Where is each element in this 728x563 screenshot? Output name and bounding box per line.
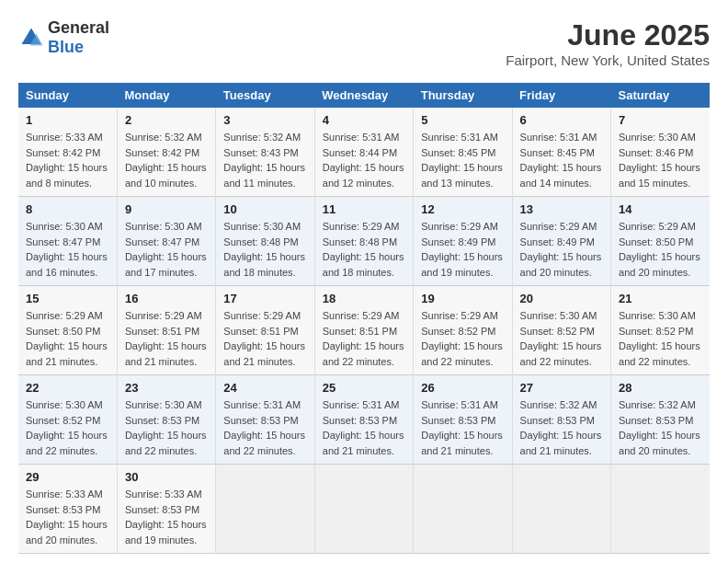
day-number: 19 [421,292,504,305]
day-number: 28 [619,381,702,395]
calendar-cell [314,465,413,554]
day-number: 7 [619,113,702,127]
day-info: Sunrise: 5:29 AMSunset: 8:51 PMDaylight:… [223,310,305,367]
day-info: Sunrise: 5:31 AMSunset: 8:53 PMDaylight:… [323,399,404,456]
week-row-3: 15Sunrise: 5:29 AMSunset: 8:50 PMDayligh… [18,286,710,375]
calendar-cell: 3Sunrise: 5:32 AMSunset: 8:43 PMDaylight… [216,108,314,197]
calendar-cell: 2Sunrise: 5:32 AMSunset: 8:42 PMDaylight… [117,108,215,197]
day-info: Sunrise: 5:31 AMSunset: 8:45 PMDaylight:… [421,132,503,189]
calendar-cell: 22Sunrise: 5:30 AMSunset: 8:52 PMDayligh… [18,375,117,465]
day-number: 8 [26,202,109,216]
calendar-cell: 26Sunrise: 5:31 AMSunset: 8:53 PMDayligh… [414,375,512,465]
day-number: 27 [520,381,603,395]
day-number: 25 [323,381,405,395]
calendar-cell: 30Sunrise: 5:33 AMSunset: 8:53 PMDayligh… [117,465,215,554]
day-info: Sunrise: 5:29 AMSunset: 8:51 PMDaylight:… [125,310,207,367]
day-number: 18 [323,292,405,305]
page-header: General Blue June 2025 Fairport, New Yor… [18,18,710,68]
calendar-cell: 23Sunrise: 5:30 AMSunset: 8:53 PMDayligh… [117,375,215,465]
day-info: Sunrise: 5:31 AMSunset: 8:53 PMDaylight:… [223,399,305,456]
day-info: Sunrise: 5:30 AMSunset: 8:52 PMDaylight:… [619,310,700,367]
day-info: Sunrise: 5:29 AMSunset: 8:51 PMDaylight:… [323,310,404,367]
header-day-tuesday: Tuesday [216,83,314,108]
logo: General Blue [18,18,109,57]
day-number: 12 [421,202,504,216]
calendar-cell [216,465,314,554]
day-number: 30 [125,470,208,484]
calendar-cell: 24Sunrise: 5:31 AMSunset: 8:53 PMDayligh… [216,375,314,465]
day-info: Sunrise: 5:32 AMSunset: 8:53 PMDaylight:… [520,399,602,456]
calendar-table: SundayMondayTuesdayWednesdayThursdayFrid… [18,83,710,554]
day-info: Sunrise: 5:31 AMSunset: 8:53 PMDaylight:… [421,399,503,456]
header-day-thursday: Thursday [414,83,512,108]
logo-blue: Blue [48,38,84,56]
week-row-5: 29Sunrise: 5:33 AMSunset: 8:53 PMDayligh… [18,465,710,554]
day-number: 20 [520,292,603,305]
calendar-cell: 29Sunrise: 5:33 AMSunset: 8:53 PMDayligh… [18,465,117,554]
day-number: 3 [223,113,306,127]
day-info: Sunrise: 5:31 AMSunset: 8:44 PMDaylight:… [323,132,404,189]
calendar-cell: 16Sunrise: 5:29 AMSunset: 8:51 PMDayligh… [117,286,215,375]
header-day-friday: Friday [512,83,610,108]
subtitle: Fairport, New York, United States [506,52,710,68]
day-number: 26 [421,381,504,395]
day-number: 2 [125,113,208,127]
calendar-cell: 27Sunrise: 5:32 AMSunset: 8:53 PMDayligh… [512,375,610,465]
calendar-cell: 8Sunrise: 5:30 AMSunset: 8:47 PMDaylight… [18,197,117,286]
day-info: Sunrise: 5:29 AMSunset: 8:52 PMDaylight:… [421,310,503,367]
week-row-4: 22Sunrise: 5:30 AMSunset: 8:52 PMDayligh… [18,375,710,465]
logo-text: General Blue [48,18,109,57]
day-number: 17 [223,292,306,305]
calendar-cell: 4Sunrise: 5:31 AMSunset: 8:44 PMDaylight… [314,108,413,197]
day-info: Sunrise: 5:30 AMSunset: 8:47 PMDaylight:… [125,221,207,278]
header-row: SundayMondayTuesdayWednesdayThursdayFrid… [18,83,710,108]
day-info: Sunrise: 5:33 AMSunset: 8:53 PMDaylight:… [125,488,207,546]
calendar-cell: 13Sunrise: 5:29 AMSunset: 8:49 PMDayligh… [512,197,610,286]
day-number: 14 [619,202,702,216]
day-info: Sunrise: 5:30 AMSunset: 8:47 PMDaylight:… [26,221,108,278]
day-info: Sunrise: 5:29 AMSunset: 8:48 PMDaylight:… [323,221,404,278]
calendar-cell: 17Sunrise: 5:29 AMSunset: 8:51 PMDayligh… [216,286,314,375]
title-block: June 2025 Fairport, New York, United Sta… [506,18,710,68]
calendar-cell: 19Sunrise: 5:29 AMSunset: 8:52 PMDayligh… [414,286,512,375]
day-info: Sunrise: 5:30 AMSunset: 8:53 PMDaylight:… [125,399,207,456]
day-info: Sunrise: 5:29 AMSunset: 8:49 PMDaylight:… [520,221,602,278]
calendar-cell: 18Sunrise: 5:29 AMSunset: 8:51 PMDayligh… [314,286,413,375]
day-number: 15 [26,292,109,305]
calendar-cell: 11Sunrise: 5:29 AMSunset: 8:48 PMDayligh… [314,197,413,286]
main-title: June 2025 [506,18,710,52]
header-day-sunday: Sunday [18,83,117,108]
calendar-cell: 9Sunrise: 5:30 AMSunset: 8:47 PMDaylight… [117,197,215,286]
header-day-wednesday: Wednesday [314,83,413,108]
calendar-cell [512,465,610,554]
calendar-cell: 5Sunrise: 5:31 AMSunset: 8:45 PMDaylight… [414,108,512,197]
day-number: 10 [223,202,306,216]
day-info: Sunrise: 5:31 AMSunset: 8:45 PMDaylight:… [520,132,602,189]
day-info: Sunrise: 5:29 AMSunset: 8:49 PMDaylight:… [421,221,503,278]
day-info: Sunrise: 5:30 AMSunset: 8:52 PMDaylight:… [520,310,602,367]
day-number: 5 [421,113,504,127]
day-info: Sunrise: 5:32 AMSunset: 8:42 PMDaylight:… [125,132,207,189]
calendar-cell: 7Sunrise: 5:30 AMSunset: 8:46 PMDaylight… [611,108,710,197]
logo-general: General [48,18,109,37]
day-number: 9 [125,202,208,216]
day-number: 16 [125,292,208,305]
calendar-cell: 20Sunrise: 5:30 AMSunset: 8:52 PMDayligh… [512,286,610,375]
header-day-saturday: Saturday [611,83,710,108]
day-number: 22 [26,381,109,395]
calendar-cell: 28Sunrise: 5:32 AMSunset: 8:53 PMDayligh… [611,375,710,465]
day-info: Sunrise: 5:29 AMSunset: 8:50 PMDaylight:… [26,310,108,367]
day-number: 23 [125,381,208,395]
header-day-monday: Monday [117,83,215,108]
calendar-cell: 12Sunrise: 5:29 AMSunset: 8:49 PMDayligh… [414,197,512,286]
day-number: 11 [323,202,405,216]
day-number: 6 [520,113,603,127]
day-number: 4 [323,113,405,127]
day-number: 1 [26,113,109,127]
week-row-1: 1Sunrise: 5:33 AMSunset: 8:42 PMDaylight… [18,108,710,197]
calendar-cell [414,465,512,554]
calendar-cell: 1Sunrise: 5:33 AMSunset: 8:42 PMDaylight… [18,108,117,197]
day-info: Sunrise: 5:33 AMSunset: 8:53 PMDaylight:… [26,488,108,546]
calendar-cell: 14Sunrise: 5:29 AMSunset: 8:50 PMDayligh… [611,197,710,286]
week-row-2: 8Sunrise: 5:30 AMSunset: 8:47 PMDaylight… [18,197,710,286]
